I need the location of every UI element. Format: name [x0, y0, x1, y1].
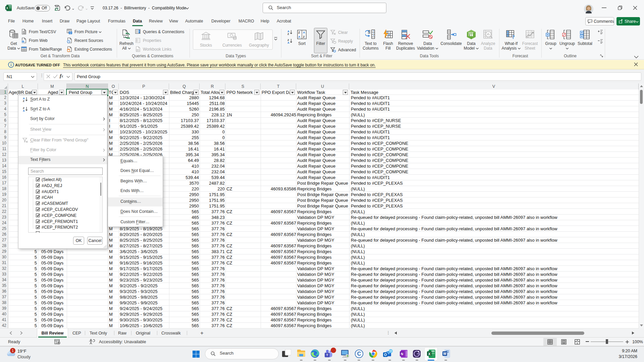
svg-text:A: A — [287, 41, 289, 44]
svg-text:X: X — [6, 6, 8, 10]
svg-text:C: C — [357, 351, 361, 357]
svg-text:A: A — [298, 35, 301, 39]
svg-text:?: ? — [512, 34, 515, 40]
svg-text:Z: Z — [287, 33, 289, 35]
svg-text:A: A — [303, 31, 305, 34]
svg-text:Z: Z — [23, 100, 24, 102]
svg-text:X: X — [428, 352, 430, 356]
svg-text:Z: Z — [303, 35, 305, 39]
svg-text:N: N — [401, 352, 403, 356]
svg-text:Z: Z — [298, 31, 300, 34]
svg-text:A: A — [23, 109, 25, 112]
svg-text:O: O — [384, 353, 387, 357]
svg-text:T: T — [326, 353, 328, 357]
svg-text:j: j — [469, 34, 470, 37]
svg-text:W: W — [443, 352, 446, 356]
